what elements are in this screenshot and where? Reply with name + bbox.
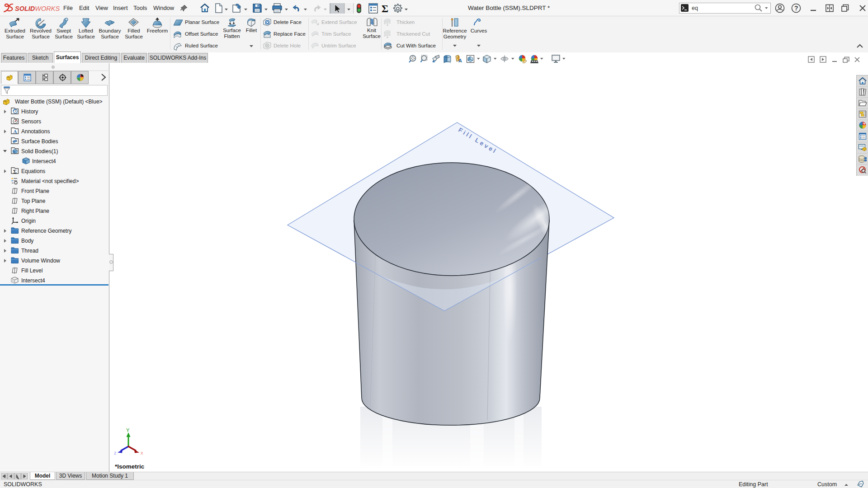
svg-text:Σ: Σ bbox=[13, 169, 17, 175]
svg-text:*Isometric: *Isometric bbox=[115, 463, 145, 470]
svg-text:x: x bbox=[141, 450, 143, 455]
svg-text:SOLIDWORKS: SOLIDWORKS bbox=[15, 5, 60, 12]
svg-text:z: z bbox=[114, 450, 117, 455]
svg-text:?: ? bbox=[794, 5, 798, 12]
svg-text:Y: Y bbox=[126, 427, 130, 433]
svg-text:Σ: Σ bbox=[382, 3, 388, 14]
svg-text:A: A bbox=[458, 58, 462, 63]
svg-text:A: A bbox=[14, 129, 17, 134]
